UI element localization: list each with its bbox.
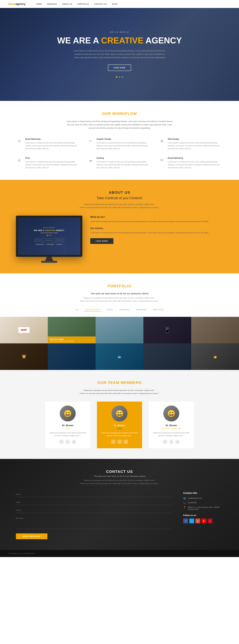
workflow-item-1: ✉ Email Marketing Lorem ipsum is simply … [16, 138, 80, 150]
portfolio-quotes: "Neque porro quisquam est qui dolorem ip… [16, 296, 223, 302]
filter-video[interactable]: VIDEO [106, 308, 114, 312]
portfolio-item-10[interactable]: 🧑 [191, 344, 239, 370]
about-title: ABOUT US [16, 190, 223, 195]
nav-blog[interactable]: BLOG [112, 3, 118, 5]
nav-home[interactable]: HOME [36, 3, 42, 5]
about-tagline: Take Controal of you Content! [16, 196, 223, 200]
hero-dot-3[interactable] [122, 76, 123, 78]
facebook-button[interactable]: f [183, 518, 188, 523]
portfolio-item-5[interactable] [191, 317, 239, 344]
monitor-base [41, 261, 57, 263]
team-3-twitter-icon[interactable]: t [169, 440, 174, 444]
follow-us-title: Follow us on [183, 514, 223, 516]
portfolio-item-7[interactable] [48, 344, 96, 370]
nav-about[interactable]: ABOUT US [62, 3, 72, 5]
email-marketing-2-icon: ⚙ [158, 157, 165, 164]
team-quote-1: "Neque porro quisquam est qui dolorem ip… [16, 389, 223, 392]
hero-title-highlight: CREATIVE [101, 36, 144, 45]
nav-portfolio[interactable]: PORTFOLIO [78, 3, 89, 5]
about-section: ABOUT US Take Controal of you Content! "… [0, 180, 239, 274]
team-quote-2: "There is no one who loves pain itself, … [16, 392, 223, 395]
team-2-twitter-icon[interactable]: t [118, 440, 122, 444]
team-3-skype-icon[interactable]: s [176, 440, 180, 444]
workflow-section: OUR WORKFLOW Lorem ipsum is simply dummy… [0, 101, 239, 180]
workflow-item-5-title: Hosting [96, 157, 152, 159]
nav-contact[interactable]: CONTACT US [94, 3, 106, 5]
filter-all[interactable]: ALL [74, 308, 80, 312]
about-monitor: HELLO WORLD WE ARE A CREATIVE AGENCY Lor… [16, 216, 82, 263]
about-right: What we do? Lorem ipsum is simply dummy … [90, 216, 223, 244]
team-avatar-3: 😄 [163, 406, 179, 422]
hero-section: HELLO WORLD WE ARE A CREATIVE AGENCY Lor… [0, 8, 239, 101]
about-view-more-button[interactable]: VIEW MORE [90, 238, 114, 244]
contact-subtitle: The work we have done so far for our awe… [16, 475, 223, 478]
workflow-item-2-text: Lorem ipsum is simply dummy text of the … [96, 142, 152, 150]
contact-email-input[interactable] [16, 500, 172, 505]
portfolio-section: PORTFOLIO The work we have done so far f… [0, 274, 239, 312]
contact-name-input[interactable] [16, 492, 172, 497]
contact-message-input[interactable] [16, 516, 172, 529]
portfolio-quote-2: "There is no one who loves pain itself, … [16, 300, 223, 302]
contact-send-button[interactable]: SEND MESSAGE [16, 534, 48, 539]
monitor-screen: HELLO WORLD WE ARE A CREATIVE AGENCY Lor… [18, 218, 80, 255]
hero-view-now-button[interactable]: VIEW NOW [108, 64, 131, 71]
filter-branding[interactable]: BRANDING [135, 308, 148, 312]
filter-websites[interactable]: WEB SITES [152, 308, 165, 312]
portfolio-item-1[interactable]: NOP [0, 317, 48, 344]
team-1-skype-icon[interactable]: s [72, 440, 76, 444]
pinterest-button[interactable]: p [208, 518, 212, 523]
logo[interactable]: ideasagency [8, 2, 26, 6]
web-design-icon: 🖥 [158, 138, 165, 144]
team-1-facebook-icon[interactable]: f [59, 440, 64, 444]
team-1-twitter-icon[interactable]: t [66, 440, 70, 444]
team-section: OUR TEAM MEMBERS "Neque porro quisquam e… [0, 370, 239, 459]
portfolio-item-4[interactable]: 📱 [144, 317, 191, 344]
team-role-2: CEO [101, 428, 138, 430]
workflow-item-4-title: Print [25, 157, 80, 159]
team-socials-3: f t s [153, 440, 190, 444]
team-2-facebook-icon[interactable]: f [111, 440, 116, 444]
monitor-subtitle: Lorem ipsum dolor sit amet [40, 232, 58, 234]
workflow-item-5: ☁ Hosting Lorem ipsum is simply dummy te… [87, 157, 152, 169]
portfolio-item-2[interactable]: Duis nec torque Neque porro quisquam to … [48, 317, 96, 344]
portfolio-item-9[interactable] [144, 344, 191, 370]
youtube-button[interactable]: ▶ [202, 518, 206, 523]
portfolio-item-8[interactable]: 🐟 [96, 344, 144, 370]
portfolio-quote-1: "Neque porro quisquam est qui dolorem ip… [16, 296, 223, 300]
googleplus-button[interactable]: g+ [196, 518, 200, 523]
team-2-skype-icon[interactable]: s [124, 440, 128, 444]
nav-services[interactable]: SERVICES [47, 3, 57, 5]
contact-phone: 📞 123456789 [183, 502, 223, 504]
filter-graphics[interactable]: GRAPHICS [118, 308, 131, 312]
twitter-button[interactable]: t [189, 518, 194, 523]
print-icon: 🖨 [16, 157, 22, 164]
contact-phone-value: 123456789 [188, 502, 196, 504]
team-3-facebook-icon[interactable]: f [163, 440, 167, 444]
portfolio-item-3[interactable] [96, 317, 144, 344]
location-icon: 📍 [183, 506, 186, 509]
team-bio-2: "Neque porro quisquam est qui dolorem ip… [101, 432, 138, 437]
workflow-item-2: ✏ Graphic Design Lorem ipsum is simply d… [87, 138, 152, 150]
portfolio-overlay-text: Neque porro quisquam to go dolorem [50, 340, 94, 342]
contact-phone-input[interactable] [16, 508, 172, 513]
team-avatar-2: 😄 [112, 406, 128, 422]
team-card-2: 😄 Dr. Brown CEO "Neque porro quisquam es… [97, 402, 142, 448]
contact-info: Contact info 🌐 info@website.com 📞 123456… [183, 492, 223, 539]
filter-photography[interactable]: PHOTOGRAPHY [84, 308, 102, 312]
team-quotes: "Neque porro quisquam est qui dolorem ip… [16, 389, 223, 395]
hero-dot-1[interactable] [116, 76, 118, 78]
hero-dot-2[interactable] [119, 76, 120, 78]
website-icon: 🌐 [183, 497, 186, 500]
team-grid: 😄 Dr. Brown CEO "Neque porro quisquam es… [16, 402, 223, 448]
logo-ideas: ideas [8, 2, 16, 6]
hero-hello: HELLO WORLD [110, 31, 129, 33]
about-content: HELLO WORLD WE ARE A CREATIVE AGENCY Lor… [16, 216, 223, 263]
contact-quote-2: "There is no one who loves pain itself, … [16, 482, 223, 485]
team-card-3: 😄 Dr. Brown Account Director "Neque porr… [149, 402, 194, 448]
portfolio-filters: ALL PHOTOGRAPHY VIDEO GRAPHICS BRANDING … [16, 308, 223, 312]
about-history-text: Lorem ipsum is simply dummy text of the … [90, 231, 223, 234]
follow-us: Follow us on f t g+ ▶ p [183, 514, 223, 523]
contact-website-value: info@website.com [188, 497, 202, 499]
portfolio-item-6[interactable]: 🦁 [0, 344, 48, 370]
team-socials-1: f t s [49, 440, 86, 444]
